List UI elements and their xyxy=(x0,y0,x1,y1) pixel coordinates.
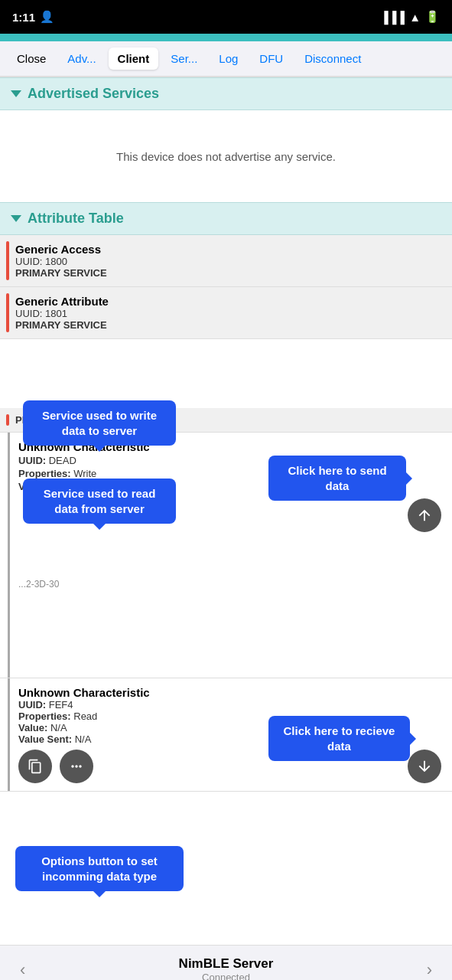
read-service-callout: Service used to read data from server xyxy=(23,479,176,524)
send-data-callout: Click here to send data xyxy=(268,456,406,501)
char-name-fef4: Unknown Characteristic xyxy=(18,686,441,699)
write-service-callout: Service used to write data to server xyxy=(23,400,176,446)
advertised-services-title: Advertised Services xyxy=(28,86,159,102)
receive-data-button[interactable] xyxy=(408,750,441,783)
tab-close[interactable]: Close xyxy=(8,47,55,70)
char-write-actions: ...2-3D-30 xyxy=(18,498,441,670)
char-read-btn-group xyxy=(18,750,93,783)
tab-ser[interactable]: Ser... xyxy=(161,47,206,70)
char-address-dead: ...2-3D-30 xyxy=(18,579,59,590)
char-uuid-fef4: UUID: FEF4 xyxy=(18,699,441,710)
copy-button[interactable] xyxy=(18,750,52,783)
device-name: NimBLE Server xyxy=(179,956,274,972)
options-button[interactable] xyxy=(60,750,93,783)
service-name-generic-attribute: Generic Attribute xyxy=(15,295,441,308)
nav-tabs: Close Adv... Client Ser... Log DFU Disco… xyxy=(0,41,452,77)
attribute-table-title: Attribute Table xyxy=(28,211,124,227)
attribute-chevron-icon xyxy=(11,215,21,222)
forward-button[interactable]: › xyxy=(419,957,440,981)
service-row-generic-attribute: Generic Attribute UUID: 1801 PRIMARY SER… xyxy=(0,287,452,339)
back-button[interactable]: ‹ xyxy=(12,957,33,981)
time-display: 1:11 xyxy=(12,11,35,24)
receive-data-callout: Click here to recieve data xyxy=(268,716,410,761)
bottom-bar: ‹ NimBLE Server Connected › xyxy=(0,945,452,980)
advertised-services-empty: This device does not advertise any servi… xyxy=(0,110,452,202)
service-uuid-1801: UUID: 1801 xyxy=(15,308,441,319)
status-bar-right: ▐▐▐ ▲ 🔋 xyxy=(380,10,440,24)
wifi-icon: ▲ xyxy=(409,11,421,24)
options-callout: Options button to set incomming data typ… xyxy=(15,846,184,891)
attribute-table-header: Attribute Table xyxy=(0,202,452,235)
service-row-generic-access: Generic Access UUID: 1800 PRIMARY SERVIC… xyxy=(0,235,452,287)
teal-bar xyxy=(0,34,452,41)
tab-adv[interactable]: Adv... xyxy=(58,47,105,70)
bottom-bar-center: NimBLE Server Connected xyxy=(179,956,274,980)
signal-icon: ▐▐▐ xyxy=(380,11,405,24)
tab-dfu[interactable]: DFU xyxy=(250,47,292,70)
attribute-content: Generic Access UUID: 1800 PRIMARY SERVIC… xyxy=(0,235,452,945)
service-uuid-1800: UUID: 1800 xyxy=(15,256,441,267)
user-icon: 👤 xyxy=(40,10,54,24)
write-service-section: Service used to write data to server PRI… xyxy=(0,408,452,433)
advertised-services-header: Advertised Services xyxy=(0,77,452,110)
write-char-section: Service used to read data from server Cl… xyxy=(0,433,452,678)
status-bar: 1:11 👤 ▐▐▐ ▲ 🔋 xyxy=(0,0,452,34)
tab-disconnect[interactable]: Disconnect xyxy=(295,47,370,70)
status-bar-left: 1:11 👤 xyxy=(12,10,54,24)
service-name-generic-access: Generic Access xyxy=(15,243,441,256)
tab-log[interactable]: Log xyxy=(210,47,247,70)
read-char-section: Click here to recieve data Options butto… xyxy=(0,678,452,792)
service-type-1801: PRIMARY SERVICE xyxy=(15,319,441,331)
service-type-1800: PRIMARY SERVICE xyxy=(15,267,441,279)
advertised-empty-message: This device does not advertise any servi… xyxy=(116,150,336,163)
connection-status: Connected xyxy=(179,972,274,980)
tab-client[interactable]: Client xyxy=(109,47,159,70)
chevron-down-icon xyxy=(11,90,21,97)
send-data-button[interactable] xyxy=(408,498,441,532)
battery-icon: 🔋 xyxy=(425,10,440,24)
